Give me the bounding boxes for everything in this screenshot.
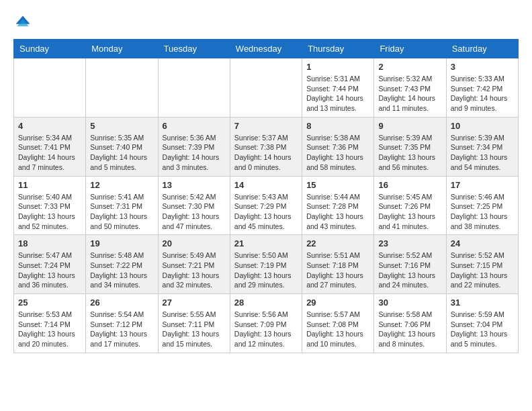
day-info: Sunrise: 5:56 AM Sunset: 7:09 PM Dayligh… <box>234 310 298 349</box>
day-number: 2 <box>378 62 441 72</box>
day-number: 28 <box>234 298 298 308</box>
day-number: 23 <box>378 238 441 248</box>
day-info: Sunrise: 5:58 AM Sunset: 7:06 PM Dayligh… <box>378 310 441 349</box>
day-info: Sunrise: 5:32 AM Sunset: 7:43 PM Dayligh… <box>378 74 441 113</box>
calendar-col-header: Tuesday <box>158 40 230 58</box>
day-number: 21 <box>234 238 298 248</box>
calendar-cell: 20Sunrise: 5:49 AM Sunset: 7:21 PM Dayli… <box>158 235 230 294</box>
day-number: 24 <box>451 238 514 248</box>
calendar-cell: 1Sunrise: 5:31 AM Sunset: 7:44 PM Daylig… <box>302 58 374 118</box>
day-info: Sunrise: 5:38 AM Sunset: 7:36 PM Dayligh… <box>306 133 369 173</box>
day-number: 25 <box>18 298 81 308</box>
day-number: 11 <box>18 180 81 190</box>
calendar-cell: 30Sunrise: 5:58 AM Sunset: 7:06 PM Dayli… <box>374 294 446 353</box>
calendar-cell: 18Sunrise: 5:47 AM Sunset: 7:24 PM Dayli… <box>14 235 86 294</box>
calendar-col-header: Sunday <box>14 40 86 58</box>
day-info: Sunrise: 5:57 AM Sunset: 7:08 PM Dayligh… <box>306 310 369 349</box>
day-number: 18 <box>18 238 81 248</box>
calendar-cell: 2Sunrise: 5:32 AM Sunset: 7:43 PM Daylig… <box>374 58 446 118</box>
calendar-cell: 22Sunrise: 5:51 AM Sunset: 7:18 PM Dayli… <box>302 235 374 294</box>
calendar-cell: 17Sunrise: 5:46 AM Sunset: 7:25 PM Dayli… <box>446 176 518 235</box>
calendar-cell: 21Sunrise: 5:50 AM Sunset: 7:19 PM Dayli… <box>230 235 302 294</box>
calendar-col-header: Friday <box>374 40 446 58</box>
day-number: 8 <box>306 121 369 131</box>
day-info: Sunrise: 5:53 AM Sunset: 7:14 PM Dayligh… <box>18 310 81 349</box>
calendar-cell: 11Sunrise: 5:40 AM Sunset: 7:33 PM Dayli… <box>14 176 86 235</box>
calendar-week-row: 25Sunrise: 5:53 AM Sunset: 7:14 PM Dayli… <box>14 294 519 353</box>
day-info: Sunrise: 5:42 AM Sunset: 7:30 PM Dayligh… <box>163 192 226 232</box>
day-number: 12 <box>90 180 153 190</box>
day-info: Sunrise: 5:46 AM Sunset: 7:25 PM Dayligh… <box>451 192 514 232</box>
calendar-cell: 3Sunrise: 5:33 AM Sunset: 7:42 PM Daylig… <box>446 58 518 118</box>
calendar-cell: 27Sunrise: 5:55 AM Sunset: 7:11 PM Dayli… <box>158 294 230 353</box>
day-number: 22 <box>306 238 369 248</box>
calendar-col-header: Wednesday <box>230 40 302 58</box>
day-info: Sunrise: 5:52 AM Sunset: 7:16 PM Dayligh… <box>378 250 441 290</box>
day-info: Sunrise: 5:39 AM Sunset: 7:34 PM Dayligh… <box>451 133 514 173</box>
logo <box>13 13 35 32</box>
day-number: 1 <box>306 62 369 72</box>
day-number: 15 <box>306 180 369 190</box>
calendar-week-row: 11Sunrise: 5:40 AM Sunset: 7:33 PM Dayli… <box>14 176 519 235</box>
day-number: 5 <box>90 121 153 131</box>
day-number: 17 <box>451 180 514 190</box>
calendar-week-row: 18Sunrise: 5:47 AM Sunset: 7:24 PM Dayli… <box>14 235 519 294</box>
calendar-cell: 13Sunrise: 5:42 AM Sunset: 7:30 PM Dayli… <box>158 176 230 235</box>
calendar-cell: 12Sunrise: 5:41 AM Sunset: 7:31 PM Dayli… <box>86 176 158 235</box>
day-number: 16 <box>378 180 441 190</box>
day-number: 31 <box>451 298 514 308</box>
calendar-cell: 5Sunrise: 5:35 AM Sunset: 7:40 PM Daylig… <box>86 117 158 176</box>
calendar-cell: 26Sunrise: 5:54 AM Sunset: 7:12 PM Dayli… <box>86 294 158 353</box>
calendar-cell <box>230 58 302 118</box>
day-info: Sunrise: 5:33 AM Sunset: 7:42 PM Dayligh… <box>451 74 514 113</box>
calendar-cell: 14Sunrise: 5:43 AM Sunset: 7:29 PM Dayli… <box>230 176 302 235</box>
day-number: 13 <box>163 180 226 190</box>
day-info: Sunrise: 5:51 AM Sunset: 7:18 PM Dayligh… <box>306 250 369 290</box>
day-number: 19 <box>90 238 153 248</box>
calendar-cell: 25Sunrise: 5:53 AM Sunset: 7:14 PM Dayli… <box>14 294 86 353</box>
day-number: 26 <box>90 298 153 308</box>
day-info: Sunrise: 5:31 AM Sunset: 7:44 PM Dayligh… <box>306 74 369 113</box>
day-number: 14 <box>234 180 298 190</box>
day-info: Sunrise: 5:40 AM Sunset: 7:33 PM Dayligh… <box>18 192 81 232</box>
calendar-cell: 23Sunrise: 5:52 AM Sunset: 7:16 PM Dayli… <box>374 235 446 294</box>
day-info: Sunrise: 5:55 AM Sunset: 7:11 PM Dayligh… <box>163 310 226 349</box>
calendar-cell <box>86 58 158 118</box>
day-info: Sunrise: 5:52 AM Sunset: 7:15 PM Dayligh… <box>451 250 514 290</box>
calendar-cell: 4Sunrise: 5:34 AM Sunset: 7:41 PM Daylig… <box>14 117 86 176</box>
calendar-cell: 10Sunrise: 5:39 AM Sunset: 7:34 PM Dayli… <box>446 117 518 176</box>
day-number: 30 <box>378 298 441 308</box>
calendar-cell: 19Sunrise: 5:48 AM Sunset: 7:22 PM Dayli… <box>86 235 158 294</box>
day-info: Sunrise: 5:48 AM Sunset: 7:22 PM Dayligh… <box>90 250 153 290</box>
day-info: Sunrise: 5:43 AM Sunset: 7:29 PM Dayligh… <box>234 192 298 232</box>
day-info: Sunrise: 5:41 AM Sunset: 7:31 PM Dayligh… <box>90 192 153 232</box>
calendar-cell: 8Sunrise: 5:38 AM Sunset: 7:36 PM Daylig… <box>302 117 374 176</box>
day-info: Sunrise: 5:44 AM Sunset: 7:28 PM Dayligh… <box>306 192 369 232</box>
calendar-cell: 15Sunrise: 5:44 AM Sunset: 7:28 PM Dayli… <box>302 176 374 235</box>
calendar-col-header: Saturday <box>446 40 518 58</box>
calendar-col-header: Thursday <box>302 40 374 58</box>
day-info: Sunrise: 5:50 AM Sunset: 7:19 PM Dayligh… <box>234 250 298 290</box>
day-info: Sunrise: 5:37 AM Sunset: 7:38 PM Dayligh… <box>234 133 298 173</box>
day-number: 4 <box>18 121 81 131</box>
calendar-cell: 24Sunrise: 5:52 AM Sunset: 7:15 PM Dayli… <box>446 235 518 294</box>
day-info: Sunrise: 5:45 AM Sunset: 7:26 PM Dayligh… <box>378 192 441 232</box>
day-info: Sunrise: 5:34 AM Sunset: 7:41 PM Dayligh… <box>18 133 81 173</box>
day-info: Sunrise: 5:35 AM Sunset: 7:40 PM Dayligh… <box>90 133 153 173</box>
calendar-week-row: 4Sunrise: 5:34 AM Sunset: 7:41 PM Daylig… <box>14 117 519 176</box>
calendar-cell <box>158 58 230 118</box>
calendar-cell: 16Sunrise: 5:45 AM Sunset: 7:26 PM Dayli… <box>374 176 446 235</box>
calendar-table: SundayMondayTuesdayWednesdayThursdayFrid… <box>13 39 519 353</box>
calendar-cell: 31Sunrise: 5:59 AM Sunset: 7:04 PM Dayli… <box>446 294 518 353</box>
day-info: Sunrise: 5:39 AM Sunset: 7:35 PM Dayligh… <box>378 133 441 173</box>
calendar-cell <box>14 58 86 118</box>
day-number: 20 <box>163 238 226 248</box>
day-number: 6 <box>163 121 226 131</box>
logo-icon <box>13 13 32 32</box>
calendar-cell: 9Sunrise: 5:39 AM Sunset: 7:35 PM Daylig… <box>374 117 446 176</box>
day-number: 10 <box>451 121 514 131</box>
calendar-week-row: 1Sunrise: 5:31 AM Sunset: 7:44 PM Daylig… <box>14 58 519 118</box>
calendar-cell: 29Sunrise: 5:57 AM Sunset: 7:08 PM Dayli… <box>302 294 374 353</box>
day-info: Sunrise: 5:47 AM Sunset: 7:24 PM Dayligh… <box>18 250 81 290</box>
calendar-cell: 6Sunrise: 5:36 AM Sunset: 7:39 PM Daylig… <box>158 117 230 176</box>
